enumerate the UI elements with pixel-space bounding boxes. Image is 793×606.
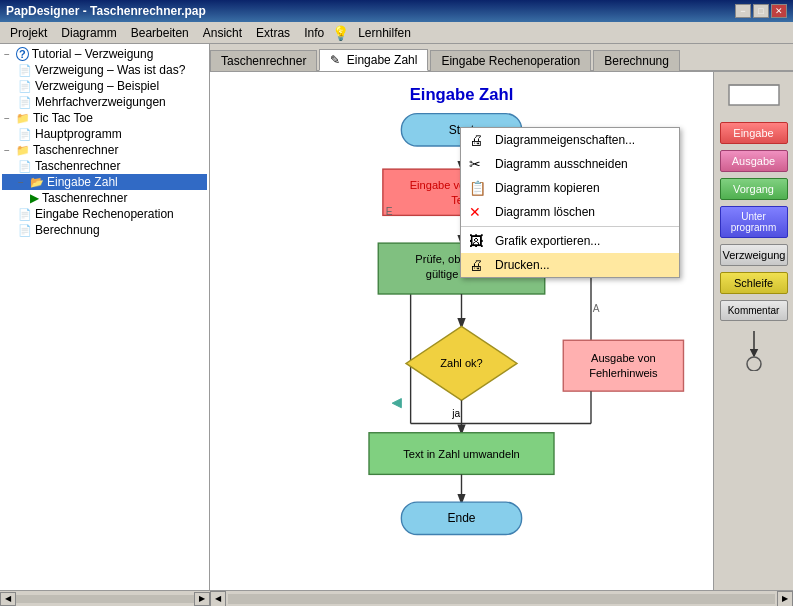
copy-icon: 📋 — [469, 180, 489, 196]
doc-icon: 📄 — [18, 64, 32, 77]
connector-preview — [734, 331, 774, 371]
tab-label-taschenrechner: Taschenrechner — [221, 54, 306, 68]
sidebar-item-tictactoe[interactable]: − 📁 Tic Tac Toe — [2, 110, 207, 126]
svg-rect-17 — [563, 340, 683, 391]
tab-bar: Taschenrechner ✎ Eingabe Zahl Eingabe Re… — [210, 44, 793, 72]
sidebar-label-hauptprogramm: Hauptprogramm — [35, 127, 122, 141]
sidebar-item-eingabe-zahl[interactable]: − 📂 Eingabe Zahl — [2, 174, 207, 190]
doc-icon: 📄 — [18, 208, 32, 221]
sidebar-item-was[interactable]: 📄 Verzweigung – Was ist das? — [2, 62, 207, 78]
ctx-exportieren[interactable]: 🖼 Grafik exportieren... — [461, 229, 679, 253]
tab-eingabe-zahl[interactable]: ✎ Eingabe Zahl — [319, 49, 428, 71]
sidebar-item-tutorial[interactable]: − ? Tutorial – Verzweigung — [2, 46, 207, 62]
ctx-loeschen[interactable]: ✕ Diagramm löschen — [461, 200, 679, 224]
ctx-drucken[interactable]: 🖨 Drucken... — [461, 253, 679, 277]
close-button[interactable]: ✕ — [771, 4, 787, 18]
btn-eingabe[interactable]: Eingabe — [720, 122, 788, 144]
menu-bar: Projekt Diagramm Bearbeiten Ansicht Extr… — [0, 22, 793, 44]
btn-vorgang[interactable]: Vorgang — [720, 178, 788, 200]
sidebar-label-eingabe-rech: Eingabe Rechenoperation — [35, 207, 174, 221]
scroll-track-h[interactable] — [228, 594, 775, 604]
ctx-kopieren[interactable]: 📋 Diagramm kopieren — [461, 176, 679, 200]
svg-text:Text in Zahl umwandeln: Text in Zahl umwandeln — [403, 448, 520, 460]
tab-eingabe-rech[interactable]: Eingabe Rechenoperation — [430, 50, 591, 71]
ctx-label-loeschen: Diagramm löschen — [495, 205, 595, 219]
sidebar-item-taschenrechner-doc[interactable]: 📄 Taschenrechner — [2, 158, 207, 174]
folder-icon: 📁 — [16, 112, 30, 125]
sidebar-label-tr-sub: Taschenrechner — [42, 191, 127, 205]
sidebar-label-taschenrechner-doc: Taschenrechner — [35, 159, 120, 173]
menu-diagramm[interactable]: Diagramm — [55, 24, 122, 42]
btn-unterprogramm[interactable]: Unter programm — [720, 206, 788, 238]
scissors-icon: ✂ — [469, 156, 489, 172]
tab-taschenrechner[interactable]: Taschenrechner — [210, 50, 317, 71]
menu-bearbeiten[interactable]: Bearbeiten — [125, 24, 195, 42]
svg-rect-33 — [729, 85, 779, 105]
context-menu: 🖨 Diagrammeigenschaften... ✂ Diagramm au… — [460, 127, 680, 278]
doc-icon: 📄 — [18, 128, 32, 141]
sidebar-item-berechnung[interactable]: 📄 Berechnung — [2, 222, 207, 238]
tab-berechnung[interactable]: Berechnung — [593, 50, 680, 71]
sidebar-label-berechnung: Berechnung — [35, 223, 100, 237]
tab-label-berechnung: Berechnung — [604, 54, 669, 68]
svg-text:ja: ja — [451, 408, 460, 419]
sidebar-item-eingabe-rech[interactable]: 📄 Eingabe Rechenoperation — [2, 206, 207, 222]
minimize-button[interactable]: − — [735, 4, 751, 18]
diagram-area[interactable]: Eingabe Zahl Start Eingabe von Zahl als … — [210, 72, 713, 590]
sidebar-label-was: Verzweigung – Was ist das? — [35, 63, 185, 77]
eigenschaften-icon: 🖨 — [469, 132, 489, 148]
sidebar-item-tr-sub[interactable]: ▶ Taschenrechner — [2, 190, 207, 206]
ctx-label-ausschneiden: Diagramm ausschneiden — [495, 157, 628, 171]
scroll-right-btn[interactable]: ▶ — [194, 592, 210, 606]
menu-ansicht[interactable]: Ansicht — [197, 24, 248, 42]
btn-schleife[interactable]: Schleife — [720, 272, 788, 294]
main-layout: − ? Tutorial – Verzweigung 📄 Verzweigung… — [0, 44, 793, 606]
sidebar-item-mehrfach[interactable]: 📄 Mehrfachverzweigungen — [2, 94, 207, 110]
bottom-scrollbar: ◀ ▶ — [210, 590, 793, 606]
folder-icon: 📁 — [16, 144, 30, 157]
bulb-icon: 💡 — [332, 25, 349, 41]
menu-info[interactable]: Info — [298, 24, 330, 42]
sidebar-label-tutorial: Tutorial – Verzweigung — [32, 47, 154, 61]
diagram-toolbar-row: Eingabe Zahl Start Eingabe von Zahl als … — [210, 72, 793, 590]
doc-icon: 📄 — [18, 80, 32, 93]
menu-projekt[interactable]: Projekt — [4, 24, 53, 42]
ctx-ausschneiden[interactable]: ✂ Diagramm ausschneiden — [461, 152, 679, 176]
ctx-separator — [461, 226, 679, 227]
sidebar-item-hauptprogramm[interactable]: 📄 Hauptprogramm — [2, 126, 207, 142]
ctx-label-exportieren: Grafik exportieren... — [495, 234, 600, 248]
sidebar-item-beispiel[interactable]: 📄 Verzweigung – Beispiel — [2, 78, 207, 94]
ctx-label-eigenschaften: Diagrammeigenschaften... — [495, 133, 635, 147]
diagram-title: Eingabe Zahl — [410, 85, 514, 104]
delete-icon: ✕ — [469, 204, 489, 220]
ctx-eigenschaften[interactable]: 🖨 Diagrammeigenschaften... — [461, 128, 679, 152]
btn-kommentar[interactable]: Kommentar — [720, 300, 788, 321]
expand-icon: − — [4, 113, 16, 124]
scroll-left-btn[interactable]: ◀ — [0, 592, 16, 606]
title-bar: PapDesigner - Taschenrechner.pap − □ ✕ — [0, 0, 793, 22]
scroll-left[interactable]: ◀ — [210, 591, 226, 607]
play-icon: ▶ — [30, 191, 39, 205]
right-toolbar: Eingabe Ausgabe Vorgang Unter programm V… — [713, 72, 793, 590]
lernhilfen-container: 💡 Lernhilfen — [332, 24, 417, 42]
svg-text:Ende: Ende — [447, 511, 475, 525]
maximize-button[interactable]: □ — [753, 4, 769, 18]
svg-point-36 — [747, 357, 761, 371]
menu-lernhilfen[interactable]: Lernhilfen — [352, 24, 417, 42]
window-controls: − □ ✕ — [735, 4, 787, 18]
doc-icon: 📄 — [18, 160, 32, 173]
svg-text:Fehlerhinweis: Fehlerhinweis — [589, 367, 658, 379]
scroll-track[interactable] — [16, 595, 194, 603]
sidebar-item-taschenrechner-root[interactable]: − 📁 Taschenrechner — [2, 142, 207, 158]
sidebar-label-beispiel: Verzweigung – Beispiel — [35, 79, 159, 93]
scroll-right[interactable]: ▶ — [777, 591, 793, 607]
svg-text:A: A — [593, 304, 600, 315]
tab-label-eingabe-rech: Eingabe Rechenoperation — [441, 54, 580, 68]
btn-ausgabe[interactable]: Ausgabe — [720, 150, 788, 172]
btn-verzweigung[interactable]: Verzweigung — [720, 244, 788, 266]
menu-extras[interactable]: Extras — [250, 24, 296, 42]
sidebar-label-taschenrechner: Taschenrechner — [33, 143, 118, 157]
folder-open-icon: 📂 — [30, 176, 44, 189]
tab-label-eingabe-zahl: Eingabe Zahl — [347, 53, 418, 67]
svg-text:Zahl ok?: Zahl ok? — [440, 357, 483, 369]
